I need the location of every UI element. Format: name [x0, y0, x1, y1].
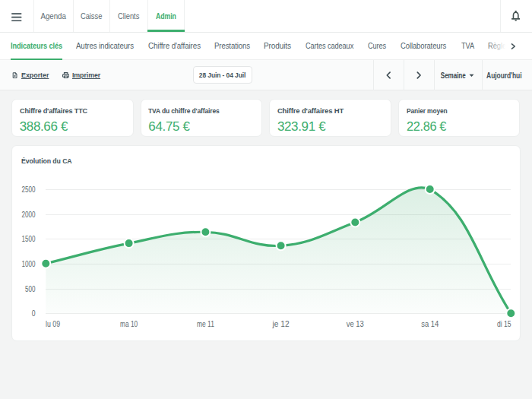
svg-text:je 12: je 12 [272, 320, 290, 328]
svg-text:2000: 2000 [22, 211, 36, 219]
svg-text:500: 500 [25, 285, 36, 293]
svg-text:0: 0 [32, 309, 36, 318]
svg-text:ma 10: ma 10 [120, 320, 138, 328]
svg-text:sa 14: sa 14 [421, 320, 439, 328]
svg-text:di 15: di 15 [497, 320, 511, 328]
svg-text:2500: 2500 [22, 185, 36, 194]
svg-text:me 11: me 11 [197, 320, 214, 328]
svg-text:lu 09: lu 09 [46, 320, 60, 328]
svg-text:1500: 1500 [22, 235, 36, 243]
svg-text:1000: 1000 [22, 260, 36, 268]
svg-text:ve 13: ve 13 [347, 320, 364, 328]
